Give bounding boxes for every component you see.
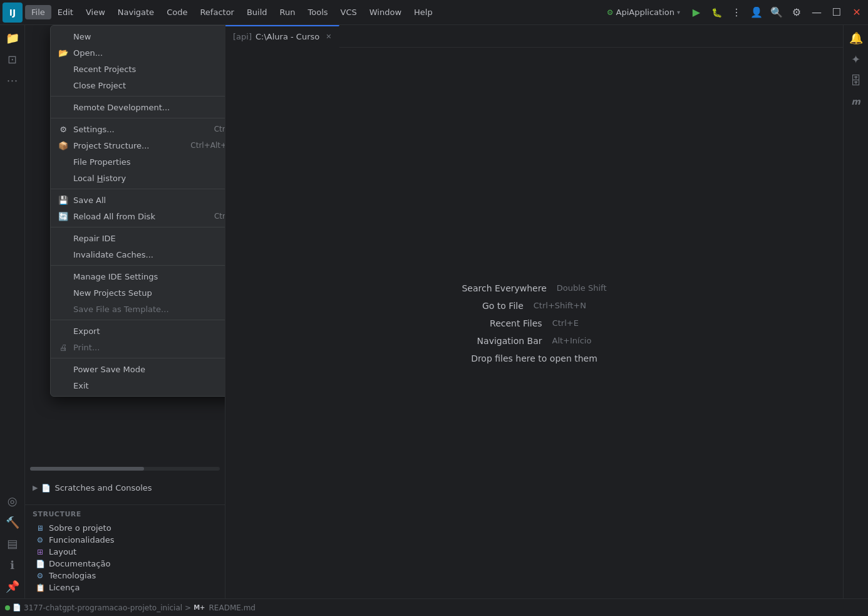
menu-refactor[interactable]: Refactor — [194, 5, 240, 19]
menu-sep-7 — [51, 358, 225, 358]
menu-sep-3 — [51, 189, 225, 189]
more-button[interactable]: ⋮ — [728, 4, 745, 21]
menu-item-exit[interactable]: Exit — [51, 377, 225, 394]
tab-bar: [api] C:\Alura - Curso ✕ — [225, 25, 843, 48]
layout-icon: ⊞ — [35, 548, 45, 556]
menu-item-reload[interactable]: 🔄 Reload All from Disk Ctrl+Alt+Y — [51, 208, 225, 224]
menu-item-repair-ide[interactable]: Repair IDE — [51, 230, 225, 246]
menubar-items: File Edit View Navigate Code Refactor Bu… — [25, 5, 439, 19]
menu-file[interactable]: File — [25, 5, 51, 19]
scratches-row[interactable]: ▶ 📄 Scratches and Consoles — [25, 481, 225, 495]
save-all-icon: 💾 — [58, 195, 68, 205]
person-icon[interactable]: 👤 — [748, 4, 765, 21]
minimize-button[interactable]: — — [808, 4, 825, 21]
structure-item-tecnologias[interactable]: ⚙ Tecnologias — [33, 570, 217, 582]
menu-item-file-properties[interactable]: File Properties ▸ — [51, 154, 225, 170]
menu-item-save-all[interactable]: 💾 Save All Ctrl+S — [51, 192, 225, 208]
left-sidebar: 📁 ⊡ ⋯ ◎ 🔨 ▤ ℹ 📌 — [0, 25, 25, 598]
sidebar-icon-target[interactable]: ◎ — [3, 491, 23, 511]
editor-tab-api[interactable]: [api] C:\Alura - Curso ✕ — [225, 25, 339, 48]
statusbar-file: README.md — [209, 603, 256, 612]
menu-item-export[interactable]: Export ▸ — [51, 323, 225, 339]
status-indicator — [5, 605, 10, 610]
maximize-button[interactable]: ☐ — [828, 4, 845, 21]
sidebar-icon-terminal[interactable]: ▤ — [3, 533, 23, 553]
sidebar-right-m[interactable]: m — [846, 91, 866, 112]
run-config[interactable]: ⚙ ApiApplication ▾ — [602, 5, 685, 19]
tab-close-icon[interactable]: ✕ — [326, 33, 331, 41]
menu-vcs[interactable]: VCS — [334, 5, 363, 19]
structure-item-funcionalidades[interactable]: ⚙ Funcionalidades — [33, 534, 217, 546]
menu-build[interactable]: Build — [240, 5, 274, 19]
export-icon — [58, 326, 68, 336]
structure-item-layout[interactable]: ⊞ Layout — [33, 546, 217, 558]
local-history-icon — [58, 173, 68, 183]
sidebar-icon-commits[interactable]: ⊡ — [3, 49, 23, 69]
close-project-icon — [58, 80, 68, 90]
menu-tools[interactable]: Tools — [302, 5, 334, 19]
menu-sep-1 — [51, 96, 225, 97]
menu-item-new[interactable]: New ▸ — [51, 28, 225, 44]
gear-icon-tec: ⚙ — [35, 572, 45, 580]
search-icon[interactable]: 🔍 — [768, 4, 785, 21]
save-template-icon — [58, 304, 68, 314]
statusbar-project: 3177-chatgpt-programacao-projeto_inicial — [24, 603, 182, 612]
remote-icon — [58, 102, 68, 112]
new-icon — [58, 31, 68, 41]
power-save-icon — [58, 364, 68, 374]
menu-item-invalidate[interactable]: Invalidate Caches... — [51, 246, 225, 263]
menu-item-open[interactable]: 📂 Open... — [51, 44, 225, 61]
statusbar-left: 📄 3177-chatgpt-programacao-projeto_inici… — [5, 603, 256, 612]
project-struct-icon: 📦 — [58, 140, 68, 150]
settings-menu-icon: ⚙ — [58, 124, 68, 134]
file-dropdown-menu: New ▸ 📂 Open... Recent Projects ▸ Close … — [50, 25, 225, 397]
menu-item-new-projects-setup[interactable]: New Projects Setup ▸ — [51, 285, 225, 301]
menu-item-manage-ide[interactable]: Manage IDE Settings ▸ — [51, 268, 225, 285]
menu-code[interactable]: Code — [160, 5, 194, 19]
sidebar-icon-project[interactable]: 📁 — [3, 28, 23, 48]
menu-help[interactable]: Help — [408, 5, 439, 19]
menu-item-settings[interactable]: ⚙ Settings... Ctrl+Alt+S — [51, 121, 225, 137]
structure-item-doc[interactable]: 📄 Documentação — [33, 558, 217, 570]
hint-drop: Drop files here to open them — [471, 353, 597, 363]
sidebar-icon-pin[interactable]: 📌 — [3, 576, 23, 596]
status-file-icon: 📄 — [13, 603, 21, 612]
sidebar-right-copilot[interactable]: ✦ — [846, 49, 866, 69]
sidebar-icon-hammer[interactable]: 🔨 — [3, 512, 23, 532]
folder-icon: 📂 — [58, 48, 68, 58]
horizontal-scrollbar[interactable] — [30, 467, 220, 471]
menu-sep-2 — [51, 118, 225, 118]
menu-view[interactable]: View — [80, 5, 111, 19]
pc-icon: 🖥 — [35, 524, 45, 533]
sidebar-icon-plugins[interactable]: ⋯ — [3, 70, 23, 90]
structure-item-sobre[interactable]: 🖥 Sobre o projeto — [33, 522, 217, 534]
structure-item-licenca[interactable]: 📋 Licença — [33, 582, 217, 593]
scratches-section: ▶ 📄 Scratches and Consoles — [25, 481, 225, 495]
menubar-right: ⚙ ApiApplication ▾ ▶ 🐛 ⋮ 👤 🔍 ⚙ — ☐ ✕ — [602, 4, 865, 21]
menu-item-recent-projects[interactable]: Recent Projects ▸ — [51, 61, 225, 77]
invalidate-icon — [58, 249, 68, 259]
exit-icon — [58, 380, 68, 390]
sidebar-right-database[interactable]: 🗄 — [846, 70, 866, 90]
menu-item-save-template: Save File as Template... — [51, 301, 225, 317]
sidebar-icon-info[interactable]: ℹ — [3, 555, 23, 575]
debug-button[interactable]: 🐛 — [708, 4, 725, 21]
menu-item-close-project[interactable]: Close Project — [51, 77, 225, 93]
menubar: IJ File Edit View Navigate Code Refactor… — [0, 0, 868, 25]
menu-item-project-structure[interactable]: 📦 Project Structure... Ctrl+Alt+Shift+S — [51, 137, 225, 154]
sidebar-right-bell[interactable]: 🔔 — [846, 28, 866, 48]
settings-icon[interactable]: ⚙ — [788, 4, 805, 21]
menu-run[interactable]: Run — [274, 5, 302, 19]
run-button[interactable]: ▶ — [688, 4, 705, 21]
menu-navigate[interactable]: Navigate — [111, 5, 160, 19]
right-sidebar: 🔔 ✦ 🗄 m — [843, 25, 868, 598]
close-button[interactable]: ✕ — [848, 4, 865, 21]
main-layout: 📁 ⊡ ⋯ ◎ 🔨 ▤ ℹ 📌 New ▸ 📂 Open... Recent P… — [0, 25, 868, 598]
menu-item-local-history[interactable]: Local History ▸ — [51, 170, 225, 186]
menu-edit[interactable]: Edit — [51, 5, 80, 19]
new-projects-icon — [58, 288, 68, 298]
menu-item-remote-dev[interactable]: Remote Development... — [51, 99, 225, 115]
menu-window[interactable]: Window — [363, 5, 408, 19]
file-prop-icon — [58, 157, 68, 167]
menu-item-power-save[interactable]: Power Save Mode — [51, 361, 225, 377]
